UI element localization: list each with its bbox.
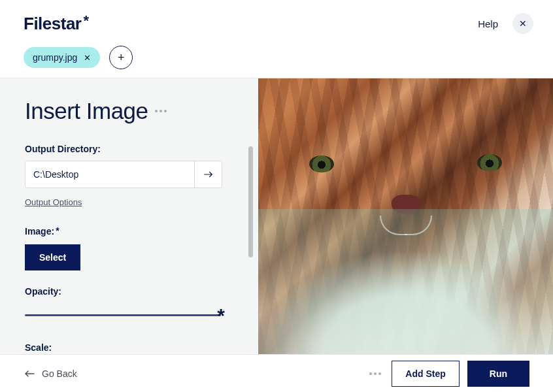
slider-track bbox=[25, 314, 221, 316]
arrow-left-icon bbox=[24, 370, 35, 378]
more-icon[interactable] bbox=[155, 110, 167, 112]
scale-group: Scale: bbox=[25, 342, 223, 353]
required-asterisk-icon: * bbox=[56, 226, 59, 235]
page-title: Insert Image bbox=[25, 98, 148, 124]
footer-more-icon[interactable] bbox=[369, 372, 381, 375]
preview-panel bbox=[258, 78, 553, 354]
go-back-label: Go Back bbox=[42, 368, 77, 379]
opacity-group: Opacity: * bbox=[25, 286, 223, 324]
help-link[interactable]: Help bbox=[478, 18, 498, 29]
scrollbar-thumb[interactable] bbox=[248, 146, 253, 257]
image-group: Image: * Select bbox=[25, 226, 223, 270]
output-options-link[interactable]: Output Options bbox=[25, 197, 82, 207]
select-image-button[interactable]: Select bbox=[25, 244, 80, 270]
go-back-button[interactable]: Go Back bbox=[24, 368, 77, 379]
header-actions: Help ✕ bbox=[478, 13, 533, 34]
output-directory-group: Output Directory: Output Options bbox=[25, 144, 223, 208]
app-header: Filestar * Help ✕ grumpy.jpg ✕ + bbox=[0, 0, 553, 78]
app-logo: Filestar * bbox=[24, 14, 89, 34]
page-title-row: Insert Image bbox=[25, 98, 223, 124]
asterisk-icon: * bbox=[84, 14, 89, 28]
add-file-button[interactable]: + bbox=[109, 46, 133, 69]
footer-actions: Add Step Run bbox=[369, 361, 529, 387]
output-directory-label: Output Directory: bbox=[25, 144, 223, 154]
preview-detail bbox=[309, 155, 334, 172]
preview-detail bbox=[258, 250, 553, 354]
opacity-slider[interactable]: * bbox=[25, 307, 221, 324]
close-icon: ✕ bbox=[519, 18, 527, 29]
output-directory-browse-button[interactable] bbox=[194, 161, 222, 188]
preview-detail bbox=[477, 154, 502, 171]
app-name: Filestar bbox=[24, 14, 82, 34]
close-button[interactable]: ✕ bbox=[512, 13, 533, 34]
run-button[interactable]: Run bbox=[467, 361, 529, 387]
file-chip[interactable]: grumpy.jpg ✕ bbox=[24, 47, 100, 68]
opacity-label: Opacity: bbox=[25, 286, 223, 297]
output-directory-row bbox=[25, 161, 222, 188]
file-chip-label: grumpy.jpg bbox=[33, 52, 77, 63]
header-top-row: Filestar * Help ✕ bbox=[24, 13, 533, 34]
file-chips-row: grumpy.jpg ✕ + bbox=[24, 46, 533, 69]
remove-file-icon[interactable]: ✕ bbox=[84, 53, 91, 63]
slider-thumb-icon[interactable]: * bbox=[217, 306, 225, 325]
add-step-button[interactable]: Add Step bbox=[392, 361, 459, 387]
footer-bar: Go Back Add Step Run bbox=[0, 354, 553, 392]
arrow-right-icon bbox=[203, 170, 214, 179]
preview-detail bbox=[392, 195, 420, 214]
settings-scroll[interactable]: Insert Image Output Directory: Output Op… bbox=[0, 78, 246, 354]
plus-icon: + bbox=[118, 51, 125, 65]
image-label-row: Image: * bbox=[25, 226, 223, 237]
output-directory-input[interactable] bbox=[25, 161, 194, 188]
image-label: Image: bbox=[25, 226, 54, 237]
content-split: Insert Image Output Directory: Output Op… bbox=[0, 78, 553, 354]
settings-panel: Insert Image Output Directory: Output Op… bbox=[0, 78, 258, 354]
preview-detail bbox=[380, 216, 432, 235]
scale-label: Scale: bbox=[25, 342, 223, 353]
